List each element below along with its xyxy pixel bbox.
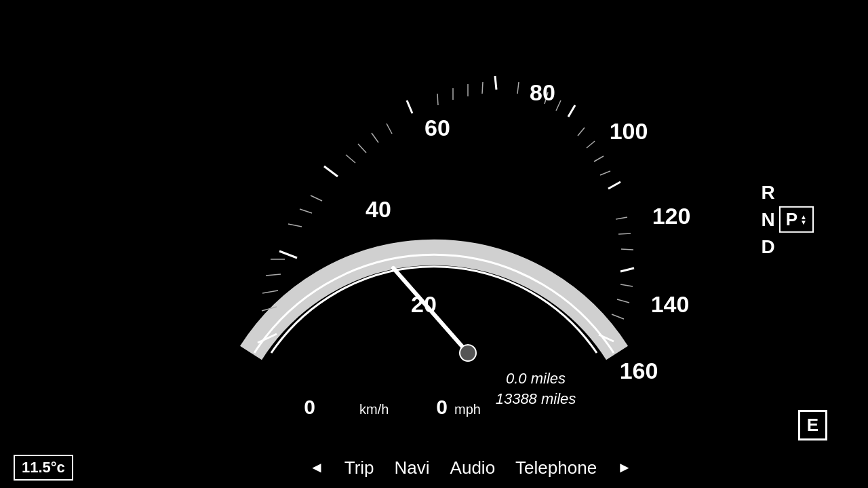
speed-label-140: 140 (651, 291, 690, 317)
nav-forward-arrow[interactable]: ► (617, 459, 632, 476)
speedometer-needle (393, 268, 468, 353)
svg-line-10 (262, 290, 278, 293)
svg-line-31 (600, 171, 610, 175)
svg-line-7 (620, 268, 634, 271)
svg-line-29 (587, 141, 595, 148)
speed-mph-unit: mph (454, 402, 481, 417)
speed-label-100: 100 (610, 118, 648, 144)
speed-label-40: 40 (366, 196, 391, 222)
speed-kmh-unit: km/h (359, 402, 389, 417)
speed-label-160: 160 (620, 358, 658, 383)
nav-item-navi[interactable]: Navi (395, 457, 430, 478)
svg-line-27 (556, 100, 561, 111)
svg-line-3 (407, 100, 412, 113)
gear-shift-arrows: ▲ ▼ (800, 214, 807, 225)
svg-line-5 (568, 105, 575, 117)
svg-line-17 (358, 144, 366, 153)
gear-n-row: N P ▲ ▼ (762, 206, 814, 233)
nav-menu: ◄ Trip Navi Audio Telephone ► (87, 457, 854, 478)
speed-label-60: 60 (425, 115, 450, 140)
svg-line-33 (618, 233, 631, 234)
svg-line-2 (324, 166, 338, 176)
gear-n: N (762, 208, 775, 231)
svg-line-30 (594, 156, 604, 162)
svg-line-6 (608, 182, 620, 189)
bottom-bar: 11.5°c ◄ Trip Navi Audio Telephone ► (0, 447, 868, 488)
speedometer-gauge: 20 40 60 80 100 120 140 160 0 km/h 0 mph… (163, 0, 705, 462)
nav-item-trip[interactable]: Trip (344, 457, 374, 478)
speed-mph-value: 0 (436, 396, 448, 418)
svg-line-20 (437, 94, 438, 105)
gear-active-box: P ▲ ▼ (779, 206, 814, 233)
trip-value: 0.0 miles (506, 370, 566, 387)
svg-line-16 (346, 155, 355, 163)
svg-line-35 (620, 284, 633, 286)
svg-line-34 (621, 249, 633, 250)
svg-line-15 (311, 195, 322, 201)
svg-line-24 (517, 82, 519, 94)
svg-line-28 (578, 128, 585, 136)
nav-back-arrow[interactable]: ◄ (309, 459, 324, 476)
svg-line-36 (617, 299, 629, 303)
temperature-display: 11.5°c (14, 455, 73, 481)
svg-line-37 (612, 314, 624, 319)
needle-hub (460, 345, 476, 361)
speed-kmh-value: 0 (304, 396, 315, 418)
speed-label-80: 80 (530, 79, 555, 105)
svg-line-4 (495, 76, 496, 90)
e-indicator: E (798, 410, 827, 440)
speed-label-120: 120 (652, 203, 691, 229)
gear-d: D (762, 236, 775, 259)
svg-line-14 (300, 209, 312, 213)
gear-indicator: R N P ▲ ▼ D (762, 181, 814, 258)
svg-line-13 (288, 224, 302, 227)
gear-r: R (762, 181, 775, 204)
svg-line-18 (372, 133, 378, 143)
nav-item-telephone[interactable]: Telephone (515, 457, 597, 478)
svg-line-32 (616, 217, 627, 219)
odometer-value: 13388 miles (496, 390, 576, 407)
svg-line-11 (266, 274, 281, 276)
svg-line-1 (279, 251, 297, 258)
dashboard: 20 40 60 80 100 120 140 160 0 km/h 0 mph… (0, 0, 868, 488)
nav-item-audio[interactable]: Audio (450, 457, 496, 478)
gear-down-arrow: ▼ (800, 220, 807, 225)
svg-line-23 (482, 82, 483, 94)
svg-line-19 (387, 124, 392, 134)
gear-active-letter: P (786, 209, 797, 230)
